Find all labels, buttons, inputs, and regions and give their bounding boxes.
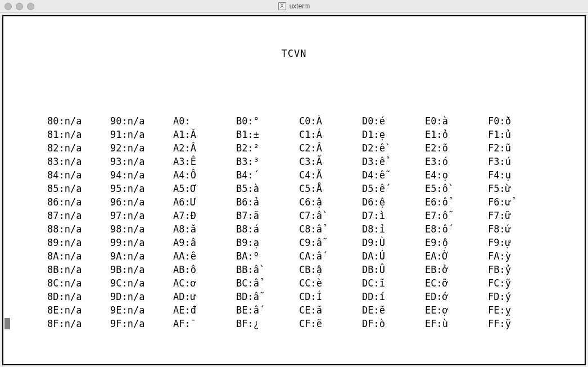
- terminal[interactable]: TCVN 80:n/a 81:n/a 82:n/a 83:n/a 84:n/a …: [2, 15, 586, 365]
- charmap-column: D0:é D1:ẹ D2:ề D3:ể D4:ễ D5:ế D6:ệ D7:ì …: [362, 114, 425, 330]
- charmap-column: F0:ð F1:ủ F2:ũ F3:ú F4:ụ F5:ừ F6:ử F7:ữ …: [488, 114, 551, 330]
- window-titlebar: X uxterm: [0, 0, 588, 13]
- zoom-window-button[interactable]: [27, 3, 34, 10]
- charmap-column: C0:À C1:Á C2:Â C3:Ã C4:Ä C5:Å C6:ậ C7:ầ …: [299, 114, 362, 330]
- x11-icon: X: [278, 2, 286, 10]
- window-controls: [0, 3, 34, 10]
- charmap-column: E0:à E1:ỏ E2:õ E3:ó E4:ọ E5:ồ E6:ổ E7:ỗ …: [425, 114, 488, 330]
- charmap-column: B0:° B1:± B2:² B3:³ B4:´ B5:à B6:ả B7:ã …: [236, 114, 299, 330]
- charmap-column: 90:n/a 91:n/a 92:n/a 93:n/a 94:n/a 95:n/…: [110, 114, 173, 330]
- window-title: X uxterm: [0, 2, 588, 10]
- charmap-grid: 80:n/a 81:n/a 82:n/a 83:n/a 84:n/a 85:n/…: [47, 114, 580, 330]
- charmap-column: 80:n/a 81:n/a 82:n/a 83:n/a 84:n/a 85:n/…: [47, 114, 110, 330]
- encoding-heading: TCVN: [8, 47, 580, 60]
- terminal-cursor: [4, 318, 10, 329]
- minimize-window-button[interactable]: [16, 3, 23, 10]
- close-window-button[interactable]: [4, 3, 12, 10]
- charmap-column: A0: A1:Ă A2:Â A3:Ê A4:Ô A5:Ơ A6:Ư A7:Đ A…: [173, 114, 236, 330]
- window-title-text: uxterm: [290, 2, 310, 10]
